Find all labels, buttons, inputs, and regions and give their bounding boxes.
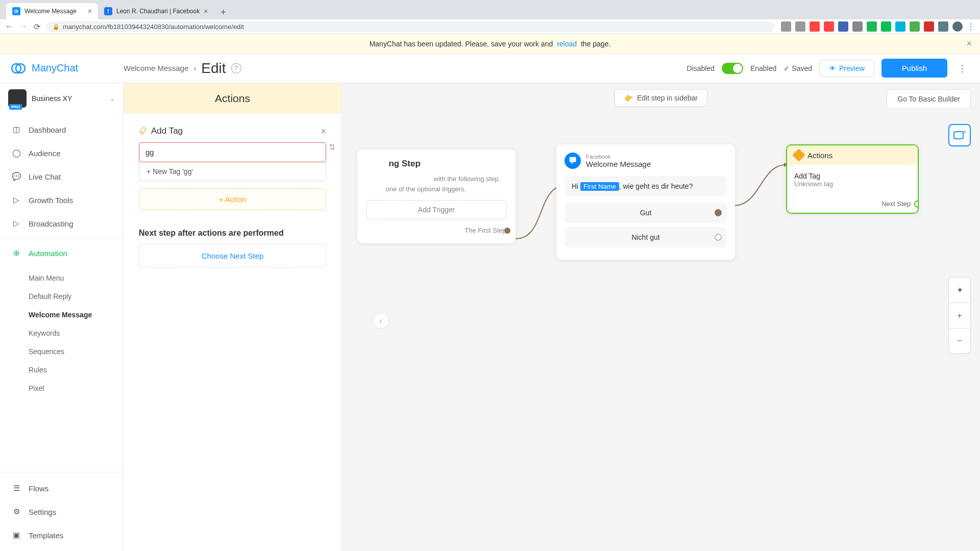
add-tag-card: 🏷 Add Tag × ⇅ + New Tag 'gg': [139, 126, 326, 181]
flow-canvas[interactable]: 👉 Edit step in sidebar Go To Basic Build…: [342, 83, 980, 551]
new-tab-button[interactable]: +: [216, 5, 230, 19]
first-step-label: The First Step: [366, 227, 506, 234]
extension-icon[interactable]: [781, 21, 791, 32]
sidebar-item-automation[interactable]: ⊕ Automation: [0, 238, 123, 265]
profile-avatar[interactable]: [952, 21, 963, 32]
sidebar-item-label: Settings: [29, 508, 56, 516]
workspace-selector[interactable]: PRO Business XY ⌄: [0, 83, 123, 114]
basic-builder-button[interactable]: Go To Basic Builder: [887, 89, 971, 109]
actions-panel: Actions 🏷 Add Tag × ⇅ + New Tag 'gg' + A…: [124, 83, 342, 551]
output-port[interactable]: [715, 209, 722, 216]
sub-item-sequences[interactable]: Sequences: [29, 342, 123, 361]
next-step-label: Next Step: [881, 200, 911, 208]
browser-chrome: ⟳ Welcome Message × f Leon R. Chaudhari …: [0, 0, 980, 34]
sidebar-item-dashboard[interactable]: ◫ Dashboard: [0, 118, 123, 141]
sidebar-item-livechat[interactable]: 💬 Live Chat: [0, 165, 123, 188]
zoom-out-button[interactable]: −: [948, 328, 971, 354]
notification-suffix: the page.: [579, 40, 610, 48]
action-icon: [792, 148, 805, 161]
svg-rect-4: [954, 132, 963, 139]
add-node-button[interactable]: +: [948, 124, 971, 146]
disabled-label: Disabled: [687, 64, 714, 72]
greeting-suffix: , wie geht es dir heute?: [619, 182, 693, 190]
preview-button[interactable]: 👁 Preview: [819, 60, 874, 77]
sidebar-item-flows[interactable]: ☰ Flows: [0, 477, 123, 500]
output-port[interactable]: [914, 201, 919, 208]
extension-icon[interactable]: [881, 21, 891, 32]
extension-icon[interactable]: [910, 21, 920, 32]
messenger-icon: [565, 153, 581, 169]
close-icon[interactable]: ×: [321, 126, 326, 137]
new-tag-option[interactable]: + New Tag 'gg': [139, 162, 326, 181]
close-icon[interactable]: ×: [204, 7, 208, 15]
tab-title: Leon R. Chaudhari | Facebook: [116, 8, 200, 15]
sidebar-item-broadcasting[interactable]: ▷ Broadcasting: [0, 212, 123, 235]
edit-in-sidebar-button[interactable]: 👉 Edit step in sidebar: [615, 89, 707, 107]
extension-icon[interactable]: [838, 21, 848, 32]
more-icon[interactable]: ⋮: [954, 63, 970, 74]
close-icon[interactable]: ×: [88, 7, 92, 15]
sub-item-pixel[interactable]: Pixel: [29, 379, 123, 397]
sidebar-item-audience[interactable]: ◯ Audience: [0, 141, 123, 165]
reload-link[interactable]: reload: [557, 40, 577, 48]
actions-node-body: Add Tag Unknown tag: [787, 165, 918, 195]
extension-icon[interactable]: [852, 21, 863, 32]
extension-icon[interactable]: [810, 21, 820, 32]
extension-icon[interactable]: [924, 21, 934, 32]
back-icon[interactable]: ←: [5, 22, 13, 31]
logo[interactable]: ManyChat: [10, 60, 124, 77]
close-icon[interactable]: ×: [966, 38, 972, 49]
zoom-in-button[interactable]: +: [948, 303, 971, 328]
quick-reply-gut[interactable]: Gut: [565, 203, 727, 223]
collapse-button[interactable]: ‹: [373, 313, 389, 329]
starting-step-title: Starting Step: [366, 159, 506, 169]
help-icon[interactable]: ?: [231, 63, 241, 73]
choose-next-step-button[interactable]: Choose Next Step: [139, 244, 326, 268]
enabled-label: Enabled: [750, 64, 776, 72]
add-action-button[interactable]: + Action: [139, 188, 326, 210]
menu-icon[interactable]: ⋮: [967, 22, 975, 32]
sidebar-item-label: Live Chat: [29, 172, 61, 181]
url-input[interactable]: 🔒 manychat.com/fb181039443240830/automat…: [46, 21, 775, 32]
sub-item-rules[interactable]: Rules: [29, 361, 123, 379]
browser-tab[interactable]: f Leon R. Chaudhari | Facebook ×: [98, 3, 214, 19]
extension-icon[interactable]: [824, 21, 834, 32]
enable-toggle[interactable]: [722, 63, 743, 74]
sidebar-item-label: Broadcasting: [29, 219, 74, 228]
quick-reply-nichtgut[interactable]: Nicht gut: [565, 227, 727, 247]
add-trigger-button[interactable]: Add Trigger: [366, 200, 506, 219]
extension-icon[interactable]: [895, 21, 905, 32]
sub-item-welcome[interactable]: Welcome Message: [29, 306, 123, 324]
sidebar-item-growth[interactable]: ▷ Growth Tools: [0, 188, 123, 212]
browser-tab-active[interactable]: ⟳ Welcome Message ×: [6, 3, 98, 19]
sub-item-defaultreply[interactable]: Default Reply: [29, 287, 123, 306]
dashboard-icon: ◫: [11, 124, 21, 135]
forward-icon: →: [19, 22, 28, 31]
breadcrumb-item[interactable]: Welcome Message: [124, 64, 188, 72]
message-bubble[interactable]: Hi First Name, wie geht es dir heute?: [565, 176, 727, 196]
actions-panel-body: 🏷 Add Tag × ⇅ + New Tag 'gg' + Action Ne…: [124, 114, 341, 280]
sidebar-item-templates[interactable]: ▣ Templates: [0, 523, 123, 547]
channel-label: Facebook: [586, 154, 651, 160]
output-port[interactable]: [715, 234, 722, 241]
sidebar-item-settings[interactable]: ⚙ Settings: [0, 500, 123, 523]
workspace-avatar: PRO: [8, 89, 27, 108]
starting-step-node[interactable]: Starting Step When sent, flow starts wit…: [357, 149, 516, 243]
notification-prefix: ManyChat has been updated. Please, save …: [370, 40, 555, 48]
drag-handle-icon[interactable]: ⇅: [329, 142, 335, 152]
welcome-message-node[interactable]: Facebook Welcome Message Hi First Name, …: [556, 144, 735, 260]
extension-icon[interactable]: [795, 21, 805, 32]
autolayout-button[interactable]: ✦: [948, 277, 971, 303]
publish-button[interactable]: Publish: [881, 59, 947, 78]
sub-item-keywords[interactable]: Keywords: [29, 324, 123, 342]
reload-icon[interactable]: ⟳: [34, 22, 40, 32]
broadcast-icon: ▷: [11, 218, 21, 229]
actions-node[interactable]: Actions Add Tag Unknown tag Next Step: [786, 144, 919, 214]
output-port[interactable]: [504, 228, 510, 234]
tag-input[interactable]: [139, 142, 326, 162]
next-step-label: Next step after actions are performed: [139, 229, 326, 238]
extension-icon[interactable]: [867, 21, 877, 32]
add-tag-title: Add Tag: [151, 126, 183, 136]
sub-item-mainmenu[interactable]: Main Menu: [29, 269, 123, 287]
extension-icon[interactable]: [938, 21, 948, 32]
